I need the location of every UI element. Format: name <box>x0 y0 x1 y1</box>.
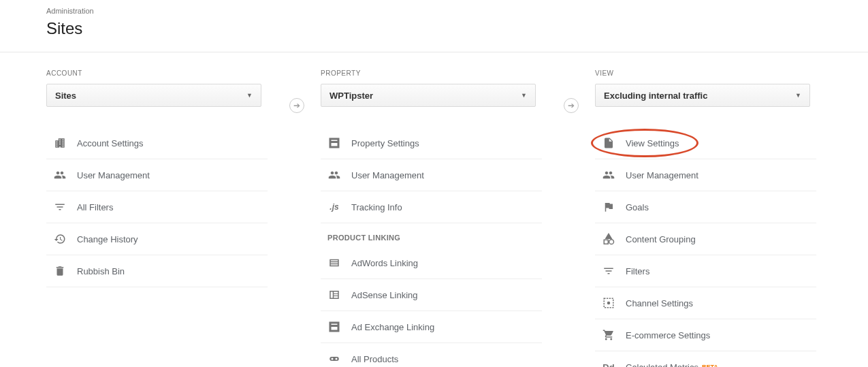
property-nav: Property Settings User Management .js Tr… <box>321 127 542 223</box>
arrow-right-icon: ➔ <box>289 98 304 113</box>
view-selector-value: Excluding internal traffic <box>604 91 707 101</box>
users-icon <box>602 168 615 182</box>
funnel-icon <box>602 264 615 278</box>
nav-label: All Filters <box>77 202 113 212</box>
view-selector[interactable]: Excluding internal traffic ▼ <box>595 84 810 107</box>
property-settings[interactable]: Property Settings <box>321 127 542 159</box>
property-column: PROPERTY WPTipster ▼ Property Settings U… <box>307 69 561 367</box>
account-change-history[interactable]: Change History <box>46 223 268 255</box>
view-label: VIEW <box>595 69 822 77</box>
nav-label: Channel Settings <box>626 298 693 308</box>
account-user-management[interactable]: User Management <box>46 159 268 191</box>
js-icon: .js <box>327 200 341 214</box>
grouping-icon <box>602 232 615 246</box>
nav-label: Calculated Metrics <box>626 362 698 368</box>
building-icon <box>53 136 67 150</box>
layout-icon <box>327 320 341 334</box>
flag-icon <box>602 200 615 214</box>
svg-rect-7 <box>329 357 339 361</box>
svg-rect-3 <box>330 291 338 299</box>
nav-label: Goals <box>626 202 649 212</box>
product-linking-label: PRODUCT LINKING <box>327 234 547 242</box>
view-filters[interactable]: Filters <box>595 255 816 287</box>
all-products[interactable]: All Products <box>321 343 542 367</box>
nav-label: Account Settings <box>77 138 144 148</box>
funnel-icon <box>53 200 67 214</box>
caret-down-icon: ▼ <box>246 92 253 99</box>
nav-label: Ad Exchange Linking <box>351 322 434 332</box>
adwords-icon <box>327 256 341 270</box>
nav-label: User Management <box>626 170 698 180</box>
view-channel-settings[interactable]: Channel Settings <box>595 287 816 319</box>
nav-label: Change History <box>77 234 138 244</box>
caret-down-icon: ▼ <box>795 92 801 99</box>
account-nav: Account Settings User Management All Fil… <box>46 127 268 287</box>
view-goals[interactable]: Goals <box>595 191 816 223</box>
link-icon <box>327 352 341 366</box>
beta-badge: BETA <box>702 364 718 367</box>
nav-label: Filters <box>626 266 649 276</box>
nav-label: View Settings <box>626 138 679 148</box>
account-all-filters[interactable]: All Filters <box>46 191 268 223</box>
svg-rect-9 <box>336 358 338 360</box>
history-icon <box>53 232 67 246</box>
ad-exchange-linking[interactable]: Ad Exchange Linking <box>321 311 542 343</box>
column-arrow-2: ➔ <box>561 69 581 367</box>
view-nav: View Settings User Management Goals Cont… <box>595 127 816 367</box>
property-selector[interactable]: WPTipster ▼ <box>321 84 536 107</box>
view-calculated-metrics[interactable]: Dd Calculated Metrics BETA <box>595 351 816 367</box>
page-title: Sites <box>46 19 868 38</box>
view-column: VIEW Excluding internal traffic ▼ View S… <box>581 69 822 367</box>
account-selector[interactable]: Sites ▼ <box>46 84 261 107</box>
nav-label: User Management <box>77 170 150 180</box>
caret-down-icon: ▼ <box>521 92 527 99</box>
account-settings[interactable]: Account Settings <box>46 127 268 159</box>
nav-label: All Products <box>351 354 398 364</box>
nav-label: Content Grouping <box>626 234 696 244</box>
channel-icon <box>602 296 615 310</box>
view-ecommerce-settings[interactable]: E-commerce Settings <box>595 319 816 351</box>
svg-rect-0 <box>330 260 338 266</box>
nav-label: E-commerce Settings <box>626 330 710 340</box>
header: Administration Sites <box>0 0 868 52</box>
view-content-grouping[interactable]: Content Grouping <box>595 223 816 255</box>
view-user-management[interactable]: User Management <box>595 159 816 191</box>
adsense-icon <box>327 288 341 302</box>
arrow-right-icon: ➔ <box>564 98 579 113</box>
nav-label: AdWords Linking <box>351 258 418 268</box>
account-selector-value: Sites <box>55 91 76 101</box>
cart-icon <box>602 328 615 342</box>
users-icon <box>53 168 67 182</box>
account-column: ACCOUNT Sites ▼ Account Settings User Ma… <box>46 69 287 367</box>
breadcrumb: Administration <box>46 7 868 15</box>
svg-rect-8 <box>332 358 334 360</box>
adsense-linking[interactable]: AdSense Linking <box>321 279 542 311</box>
file-icon <box>602 136 615 150</box>
layout-icon <box>327 136 341 150</box>
nav-label: User Management <box>351 170 424 180</box>
trash-icon <box>53 264 67 278</box>
nav-label: Tracking Info <box>351 202 402 212</box>
account-rubbish-bin[interactable]: Rubbish Bin <box>46 255 268 287</box>
property-linking-nav: AdWords Linking AdSense Linking Ad Excha… <box>321 247 542 367</box>
view-settings[interactable]: View Settings <box>595 127 816 159</box>
property-selector-value: WPTipster <box>329 91 373 101</box>
admin-columns: ACCOUNT Sites ▼ Account Settings User Ma… <box>0 52 868 367</box>
dd-icon: Dd <box>602 360 615 367</box>
account-label: ACCOUNT <box>46 69 273 77</box>
nav-label: Rubbish Bin <box>77 266 125 276</box>
users-icon <box>327 168 341 182</box>
property-user-management[interactable]: User Management <box>321 159 542 191</box>
property-tracking-info[interactable]: .js Tracking Info <box>321 191 542 223</box>
column-arrow-1: ➔ <box>287 69 307 367</box>
svg-point-11 <box>607 302 611 305</box>
adwords-linking[interactable]: AdWords Linking <box>321 247 542 279</box>
property-label: PROPERTY <box>321 69 547 77</box>
nav-label: AdSense Linking <box>351 290 418 300</box>
nav-label: Property Settings <box>351 138 419 148</box>
